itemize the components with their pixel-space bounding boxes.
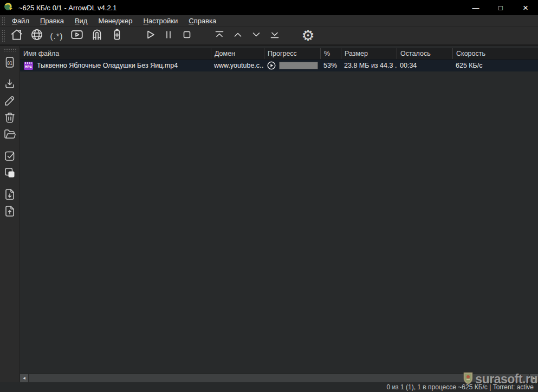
regex-icon: (.*) [50, 31, 63, 41]
move-top-button[interactable] [210, 28, 229, 44]
batch-add-button[interactable] [107, 28, 127, 44]
delete-button[interactable] [2, 110, 18, 127]
column-header-progress[interactable]: Прогресс [264, 48, 320, 59]
table-empty-space [20, 71, 538, 374]
filename-cell: MP4 Тыквенно Яблочные Оладушки Без Яиц.m… [20, 62, 211, 70]
magnet-icon [90, 28, 104, 44]
app-logo-icon [4, 2, 14, 14]
file-export-icon [3, 205, 16, 220]
download-button[interactable] [2, 77, 18, 93]
scroll-right-icon: ► [532, 376, 536, 381]
speed-cell: 625 КБ/с [452, 62, 538, 69]
sidebar: 01 [0, 46, 20, 382]
menu-edit[interactable]: Правка [35, 16, 69, 26]
column-header-speed[interactable]: Скорость [452, 48, 538, 59]
mp4-file-icon: MP4 [24, 62, 33, 70]
play-icon [144, 28, 157, 43]
size-cell: 23.8 МБ из 44.3 ... [341, 62, 397, 69]
svg-text:01: 01 [7, 61, 12, 66]
move-up-button[interactable] [229, 28, 247, 44]
status-text: 0 из 1 (1), 1 в процессе ~625 КБ/с | Tor… [386, 383, 534, 391]
import-button[interactable] [2, 187, 18, 204]
stop-icon [180, 28, 193, 43]
menu-settings[interactable]: Настройки [138, 16, 184, 26]
statusbar: 0 из 1 (1), 1 в процессе ~625 КБ/с | Tor… [0, 382, 538, 392]
move-bottom-button[interactable] [265, 28, 284, 44]
download-table: Имя файла Домен Прогресс % Размер Остало… [20, 46, 538, 382]
view-compact-button[interactable] [2, 166, 18, 182]
overlap-squares-icon [3, 166, 16, 181]
maximize-icon: □ [498, 4, 503, 11]
domain-cell: www.youtube.c... [211, 62, 264, 69]
column-header-size[interactable]: Размер [341, 48, 397, 59]
close-icon: × [523, 3, 528, 12]
window-title: ~625 КБ/с 0/1 - ArrowDL v4.2.1 [18, 4, 116, 12]
progress-bar [279, 62, 318, 69]
download-icon [3, 77, 16, 93]
video-player-icon [70, 28, 84, 44]
video-stream-button[interactable] [67, 28, 87, 44]
gear-icon: ⚙ [301, 29, 314, 43]
file-import-icon [3, 188, 16, 203]
filename-text: Тыквенно Яблочные Оладушки Без Яиц.mp4 [37, 62, 178, 69]
scrollbar-left-button[interactable]: ◄ [20, 374, 28, 382]
remaining-cell: 00:34 [397, 62, 452, 69]
scrollbar-thumb[interactable] [28, 374, 530, 382]
menu-view[interactable]: Вид [69, 16, 93, 26]
scroll-left-icon: ◄ [22, 376, 27, 381]
column-header-remaining[interactable]: Осталось [397, 48, 452, 59]
menu-help[interactable]: Справка [183, 16, 222, 26]
horizontal-scrollbar[interactable]: ◄ ► [20, 374, 538, 382]
move-bottom-icon [268, 28, 281, 43]
pause-icon [162, 28, 175, 43]
toolbar-grip-handle[interactable] [1, 29, 5, 43]
pencil-icon [3, 94, 16, 109]
export-button[interactable] [2, 204, 18, 220]
trash-icon [3, 111, 16, 126]
minimize-icon: — [472, 4, 479, 11]
column-header-percent[interactable]: % [320, 48, 341, 59]
window-controls: — □ × [463, 0, 538, 15]
queue-01-icon: 01 [3, 56, 16, 71]
chevron-down-icon [250, 28, 263, 43]
column-header-filename[interactable]: Имя файла [20, 48, 211, 59]
settings-button[interactable]: ⚙ [298, 28, 318, 44]
regex-content-button[interactable]: (.*) [47, 28, 67, 44]
folder-icon [3, 128, 16, 143]
home-button[interactable] [7, 28, 27, 44]
queue-button[interactable]: 01 [2, 55, 18, 71]
battery-add-icon [110, 28, 124, 44]
move-down-button[interactable] [247, 28, 265, 44]
stop-button[interactable] [178, 28, 196, 44]
magnet-link-button[interactable] [87, 28, 107, 44]
content-area: 01 [0, 46, 538, 382]
menubar: Файл Правка Вид Менеджер Настройки Справ… [0, 15, 538, 27]
app-window: ~625 КБ/с 0/1 - ArrowDL v4.2.1 — □ × Фай… [0, 0, 538, 392]
resume-button[interactable] [141, 28, 159, 44]
pause-button[interactable] [159, 28, 178, 44]
titlebar[interactable]: ~625 КБ/с 0/1 - ArrowDL v4.2.1 — □ × [0, 0, 538, 15]
maximize-button[interactable]: □ [488, 0, 513, 15]
scrollbar-right-button[interactable]: ► [530, 374, 538, 382]
checkbox-check-icon [3, 149, 16, 165]
menu-manager[interactable]: Менеджер [93, 16, 138, 26]
select-button[interactable] [2, 149, 18, 165]
menu-file[interactable]: Файл [7, 16, 35, 26]
progress-cell [264, 61, 320, 70]
table-header-row: Имя файла Домен Прогресс % Размер Остало… [20, 48, 538, 60]
close-button[interactable]: × [513, 0, 538, 15]
download-row[interactable]: MP4 Тыквенно Яблочные Оладушки Без Яиц.m… [20, 60, 538, 71]
open-folder-button[interactable] [2, 127, 18, 143]
minimize-button[interactable]: — [463, 0, 488, 15]
toolbar: (.*) ⚙ [0, 27, 538, 46]
home-icon [10, 28, 24, 44]
play-circle-icon[interactable] [267, 61, 276, 70]
move-top-icon [213, 28, 226, 43]
column-header-domain[interactable]: Домен [211, 48, 264, 59]
globe-icon [30, 28, 44, 44]
menubar-grip-handle[interactable] [1, 16, 5, 26]
sidebar-grip-handle[interactable] [3, 48, 16, 51]
rename-button[interactable] [2, 94, 18, 110]
chevron-up-icon [231, 28, 244, 43]
website-button[interactable] [27, 28, 47, 44]
